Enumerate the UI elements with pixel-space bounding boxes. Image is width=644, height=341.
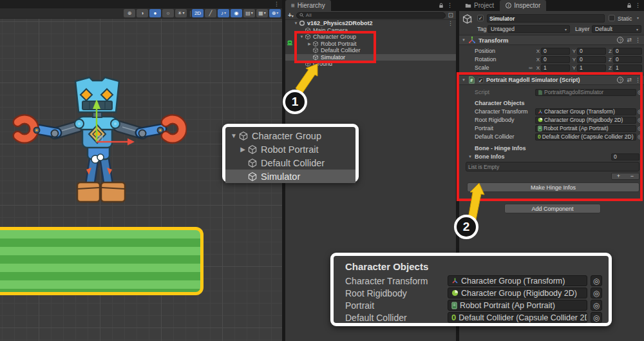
scale-link-icon[interactable]: ∞ <box>529 65 533 71</box>
object-picker-icon[interactable]: ◎ <box>636 117 644 123</box>
component-enabled-checkbox[interactable]: ✓ <box>478 77 484 83</box>
caret-down-icon: ▾ <box>251 9 253 17</box>
lock-icon[interactable] <box>627 3 632 8</box>
rigidbody-icon <box>451 289 459 297</box>
static-checkbox[interactable] <box>609 15 615 21</box>
foldout-open-icon[interactable]: ▼ <box>462 38 466 42</box>
gameobject-cube-icon <box>247 171 258 182</box>
hierarchy-row-simulator[interactable]: Simulator <box>285 54 456 61</box>
position-x-input[interactable]: 0 <box>541 48 570 55</box>
search-picker-icon[interactable]: ⊡ <box>448 10 453 21</box>
rotation-y-input[interactable]: 0 <box>577 56 606 63</box>
object-picker-icon[interactable]: ◎ <box>636 89 644 95</box>
portrait-field: Robot Portrait (Ap Portrait) <box>448 300 587 311</box>
eye-icon: ◉ <box>234 9 239 17</box>
toolbar-divider: ❘ <box>188 10 191 17</box>
gizmos-dropdown[interactable]: ⊕▾ <box>269 9 281 17</box>
component-menu-dots-icon[interactable]: ⋮ <box>635 37 641 43</box>
make-hinge-infos-button[interactable]: Make Hinge Infos <box>467 182 639 192</box>
effects-dropdown[interactable]: ☀▾ <box>175 9 187 17</box>
ground-platform[interactable] <box>0 227 204 295</box>
hierarchy-row-main-camera[interactable]: Main Camera <box>285 27 456 34</box>
foldout-open-icon[interactable]: ▼ <box>293 20 299 27</box>
scene-audio-dropdown[interactable]: ♪▾ <box>218 9 229 17</box>
transform-component-header[interactable]: ▼ Transform ? ⇄ ⋮ <box>459 35 644 45</box>
scene-camera-dropdown[interactable]: ▤▾ <box>243 9 255 17</box>
draw-mode-shaded-icon[interactable]: ⊕ <box>124 9 135 17</box>
scene-menu-dots-icon[interactable]: ⋮ <box>274 1 279 7</box>
scale-x-input[interactable]: 1 <box>541 64 570 72</box>
object-picker-icon[interactable]: ◎ <box>636 133 644 140</box>
foldout-open-icon[interactable]: ▼ <box>459 155 472 159</box>
position-z-input[interactable]: 0 <box>613 48 642 55</box>
tab-hierarchy[interactable]: ≡ Hierarchy <box>285 0 331 11</box>
mode-2d-button[interactable]: 2D <box>192 9 204 17</box>
root-rigidbody-field[interactable]: Character Group (Rigidbody 2D) <box>535 117 636 124</box>
character-transform-field[interactable]: Character Group (Transform) <box>535 108 636 115</box>
draw-mode-overdraw-icon[interactable]: ○ <box>162 9 174 17</box>
audio-icon: ♪ <box>221 9 223 17</box>
tab-inspector[interactable]: i Inspector <box>500 0 546 11</box>
foldout-open-icon[interactable]: ▼ <box>299 34 305 41</box>
presets-icon[interactable]: ⇄ <box>627 37 632 43</box>
create-object-button[interactable]: +▾ <box>288 12 294 19</box>
tag-dropdown[interactable]: Untagged▾ <box>488 25 570 33</box>
draw-mode-selected-icon[interactable]: ● <box>149 9 161 17</box>
menu-dots-icon[interactable]: ⋮ <box>635 0 641 11</box>
draw-mode-wire-shaded-icon[interactable]: ◑ <box>137 9 148 17</box>
zoom-row-robot-portrait: ▶ Robot Portrait <box>225 142 355 156</box>
add-component-button[interactable]: Add Component <box>504 204 601 213</box>
rotation-x-input[interactable]: 0 <box>541 56 570 63</box>
hierarchy-search-input[interactable]: All <box>296 12 446 19</box>
scene-visibility-button[interactable]: ◉ <box>231 9 242 17</box>
foldout-closed-icon: ▶ <box>238 146 247 153</box>
portrait-field[interactable]: Robot Portrait (Ap Portrait) <box>535 125 636 132</box>
hierarchy-row-scene[interactable]: ▼ v162_Physics2DRobot2 ⋮ <box>285 20 456 27</box>
character-objects-header: Character Objects <box>475 100 525 106</box>
script-object-field[interactable]: PortraitRagdollSimulator <box>535 89 636 96</box>
zoom-row-default-collider: Default Collider <box>225 156 355 170</box>
object-picker-icon[interactable]: ◎ <box>636 125 644 132</box>
gameobject-name-field[interactable]: Simulator <box>487 14 605 23</box>
hierarchy-row-robot-portrait[interactable]: ▶ Robot Portrait <box>285 41 456 48</box>
camera-icon: ▤ <box>245 9 251 17</box>
scene-titlebar: ⋮ <box>0 0 282 8</box>
foldout-closed-icon[interactable]: ▶ <box>307 41 312 48</box>
component-menu-dots-icon[interactable]: ⋮ <box>635 77 641 83</box>
scale-z-input[interactable]: 1 <box>613 64 642 72</box>
callout-character-objects-zoom-box: Character Objects Character Transform Ch… <box>330 253 612 326</box>
row-options-dots-icon[interactable]: ⋮ <box>448 20 456 27</box>
help-icon[interactable]: ? <box>617 77 623 83</box>
grid-icon: ▦ <box>258 9 263 17</box>
hierarchy-row-default-collider[interactable]: Default Collider <box>285 47 456 54</box>
hierarchy-row-ground[interactable]: Ground <box>285 61 456 68</box>
root-rigidbody-row: Root Rigidbody Character Group (Rigidbod… <box>459 116 644 124</box>
default-collider-field[interactable]: 0 Default Collider (Capsule Collider 2D) <box>535 133 636 141</box>
active-checkbox[interactable]: ✓ <box>477 15 484 21</box>
scale-y-input[interactable]: 1 <box>577 64 606 72</box>
bone-infos-count-input[interactable]: 0 <box>611 153 639 161</box>
lock-icon[interactable] <box>439 3 444 8</box>
help-icon[interactable]: ? <box>617 37 623 43</box>
scene-lighting-button[interactable]: ╱ <box>205 9 216 17</box>
position-y-input[interactable]: 0 <box>577 48 606 55</box>
list-remove-button[interactable]: − <box>625 173 639 179</box>
object-picker-icon: ◎ <box>591 275 602 286</box>
object-picker-icon[interactable]: ◎ <box>636 108 644 115</box>
rigidbody-icon <box>538 117 543 122</box>
caret-down-icon[interactable]: ▾ <box>470 19 472 24</box>
robot-character[interactable] <box>6 61 187 213</box>
static-caret-icon[interactable]: ▾ <box>637 15 639 20</box>
bone-infos-row[interactable]: ▼ Bone Infos 0 <box>459 153 644 161</box>
list-add-button[interactable]: + <box>612 173 625 179</box>
scene-grid-dropdown[interactable]: ▦▾ <box>256 9 268 17</box>
static-label: Static <box>618 15 632 22</box>
tab-project[interactable]: Project <box>459 0 500 11</box>
layer-dropdown[interactable]: Default▾ <box>592 25 641 33</box>
foldout-open-icon[interactable]: ▼ <box>462 78 466 82</box>
script-component-header[interactable]: ▼ # ✓ Portrait Ragdoll Simulator (Script… <box>459 75 644 85</box>
hierarchy-row-character-group[interactable]: ▼ Character Group <box>285 34 456 41</box>
zoom-row-simulator: Simulator <box>225 170 355 183</box>
rotation-z-input[interactable]: 0 <box>613 56 642 63</box>
presets-icon[interactable]: ⇄ <box>627 77 632 83</box>
